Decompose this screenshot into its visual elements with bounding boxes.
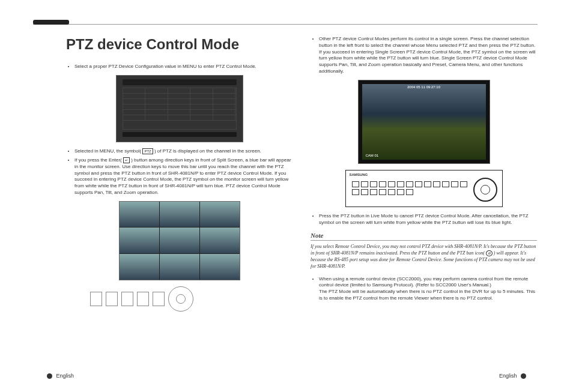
- note-text: If you select Remote Control Device, you…: [311, 244, 537, 270]
- jog-dial-icon: [473, 178, 497, 202]
- camera-label: CAM 01: [366, 154, 379, 157]
- page-top-rule: [33, 24, 538, 25]
- menu-screenshot: [116, 75, 243, 142]
- note-heading: Note: [311, 232, 537, 241]
- body-text: Press the PTZ button in Live Mode to can…: [319, 213, 537, 226]
- front-panel-controls-icon: [90, 286, 293, 312]
- bullet-icon: [47, 373, 52, 379]
- ptz-label-icon: PTZ: [142, 148, 153, 154]
- timestamp-label: 2004 05 11 09:27:10: [362, 85, 486, 89]
- body-text: If you press the Enter( ↵ ) button among…: [74, 157, 293, 196]
- body-text: Select a proper PTZ Device Configuration…: [74, 64, 293, 70]
- bullet-icon: [521, 373, 526, 379]
- footer-left: English: [44, 373, 74, 379]
- dvr-device-diagram: SAMSUNG: [345, 170, 503, 207]
- split-screen-screenshot: [119, 201, 240, 280]
- body-text: Other PTZ device Control Modes perform i…: [319, 36, 537, 75]
- ban-icon: ⊘: [486, 250, 493, 256]
- page-title: PTZ device Control Mode: [66, 36, 293, 53]
- page-top-block: [33, 20, 69, 25]
- left-page: PTZ device Control Mode Select a proper …: [66, 36, 293, 312]
- right-page: Other PTZ device Control Modes perform i…: [311, 36, 537, 312]
- footer-right: English: [499, 373, 529, 379]
- single-screen-screenshot: 2004 05 11 09:27:10 CAM 01: [358, 80, 490, 164]
- body-text: When using a remote control device (SCC2…: [319, 276, 537, 302]
- brand-label: SAMSUNG: [350, 173, 368, 176]
- body-text: Selected in MENU, the symbol( PTZ ) of P…: [74, 148, 293, 155]
- enter-key-icon: ↵: [123, 157, 130, 163]
